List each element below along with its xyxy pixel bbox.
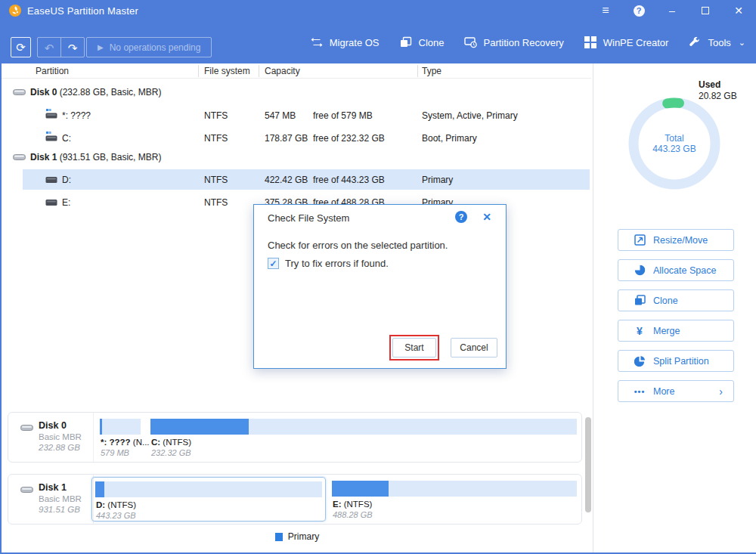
right-panel: Used 20.82 GB Total 443.23 GB Resize/Mov…	[593, 63, 756, 552]
refresh-button[interactable]: ⟳	[11, 37, 31, 57]
col-type: Type	[422, 66, 442, 76]
clone-button[interactable]: Clone	[399, 36, 445, 48]
fix-errors-checkbox[interactable]: ✓	[268, 258, 279, 269]
check-file-system-dialog: Check File System ? ✕ Check for errors o…	[253, 204, 507, 369]
undo-button[interactable]: ↶	[38, 38, 60, 58]
tools-icon	[688, 36, 702, 48]
dialog-message: Check for errors on the selected partiti…	[268, 240, 448, 251]
system-partition-icon	[45, 132, 57, 142]
disk1-info: Disk 1 Basic MBR 931.51 GB	[8, 475, 94, 524]
disk-icon	[20, 423, 33, 432]
help-icon[interactable]: ?	[627, 1, 650, 20]
diskmap-partition-system[interactable]: *: ???? (N... 579 MB	[97, 415, 144, 460]
more-button[interactable]: ••• More ›	[618, 380, 734, 402]
winpe-creator-button[interactable]: WinPE Creator	[584, 36, 669, 48]
dialog-close-icon[interactable]: ✕	[480, 210, 494, 224]
chevron-right-icon: ›	[719, 385, 723, 398]
table-row-selected[interactable]: D: NTFS 422.42 GBfree of 443.23 GB Prima…	[23, 169, 590, 190]
pending-operations-button[interactable]: ▶ No operations pending	[86, 37, 212, 57]
table-header: Partition File system Capacity Type	[2, 63, 591, 79]
menu-icon[interactable]: ≡	[594, 1, 617, 20]
primary-legend-swatch	[275, 533, 283, 541]
migrate-os-icon	[310, 36, 324, 48]
used-label: Used	[699, 79, 720, 90]
clone-icon	[634, 295, 646, 306]
table-row[interactable]: *: ???? NTFS 547 MBfree of 579 MB System…	[2, 104, 591, 124]
pending-operations-label: No operations pending	[110, 42, 201, 53]
diskmap-partition-e[interactable]: E: (NTFS) 488.28 GB	[329, 477, 580, 522]
play-icon: ▶	[98, 43, 104, 51]
dialog-help-icon[interactable]: ?	[455, 211, 467, 223]
title-bar: EaseUS Partition Master ≡ ? – ✕	[0, 0, 756, 21]
partition-icon	[45, 176, 57, 184]
close-icon[interactable]: ✕	[727, 1, 750, 20]
tools-button[interactable]: Tools ⌄	[688, 36, 745, 48]
diskmap-partition-d[interactable]: D: (NTFS) 443.23 GB	[91, 477, 326, 522]
partition-icon	[45, 199, 57, 206]
merge-button[interactable]: ¥ Merge	[618, 320, 734, 342]
primary-legend-label: Primary	[288, 531, 319, 542]
table-row[interactable]: Disk 1 (931.51 GB, Basic, MBR)	[2, 149, 591, 167]
app-title: EaseUS Partition Master	[27, 5, 138, 17]
merge-icon: ¥	[634, 325, 646, 337]
easeus-logo-icon	[9, 5, 21, 17]
partition-recovery-icon	[464, 36, 478, 48]
disk0-info: Disk 0 Basic MBR 232.88 GB	[8, 413, 94, 462]
table-row[interactable]: C: NTFS 178.87 GBfree of 232.32 GB Boot,…	[2, 127, 591, 147]
total-label: Total	[665, 133, 683, 144]
diskmap-disk1: Disk 1 Basic MBR 931.51 GB D: (NTFS) 443…	[8, 474, 582, 525]
partition-recovery-button[interactable]: Partition Recovery	[464, 36, 564, 48]
allocate-space-button[interactable]: Allocate Space	[618, 259, 734, 281]
cancel-button[interactable]: Cancel	[451, 338, 497, 357]
dialog-title: Check File System	[268, 212, 349, 224]
diskmap-partition-c[interactable]: C: (NTFS) 232.32 GB	[147, 415, 580, 460]
minimize-icon[interactable]: –	[661, 1, 683, 20]
winpe-icon	[584, 36, 597, 48]
toolbar: ⟳ ↶ ↷ ▶ No operations pending Migrate OS	[0, 21, 756, 63]
disk-icon	[13, 88, 26, 96]
split-partition-icon	[634, 355, 646, 367]
disk-icon	[20, 485, 33, 494]
clone-icon	[399, 36, 413, 48]
resize-move-button[interactable]: Resize/Move	[618, 229, 734, 251]
legend: Primary	[2, 531, 593, 542]
maximize-icon[interactable]	[694, 1, 717, 20]
split-partition-button[interactable]: Split Partition	[618, 350, 734, 372]
start-button[interactable]: Start	[392, 338, 436, 357]
usage-donut-chart: Total 443.23 GB	[625, 94, 723, 193]
col-partition: Partition	[36, 66, 69, 76]
total-value: 443.23 GB	[652, 144, 696, 154]
disk-icon	[13, 153, 26, 161]
more-icon: •••	[634, 387, 646, 396]
col-file-system: File system	[204, 66, 250, 76]
migrate-os-button[interactable]: Migrate OS	[310, 36, 380, 48]
app-window: EaseUS Partition Master ≡ ? – ✕ ⟳ ↶ ↷ ▶ …	[0, 0, 756, 554]
diskmap-scrollbar[interactable]	[585, 417, 591, 512]
resize-move-icon	[634, 234, 646, 246]
system-partition-icon	[45, 109, 57, 119]
fix-errors-label: Try to fix errors if found.	[285, 258, 389, 269]
clone-partition-button[interactable]: Clone	[618, 289, 734, 311]
redo-button[interactable]: ↷	[61, 38, 84, 58]
table-row[interactable]: Disk 0 (232.88 GB, Basic, MBR)	[2, 84, 591, 102]
chevron-down-icon: ⌄	[739, 38, 745, 48]
col-capacity: Capacity	[265, 66, 300, 76]
allocate-space-icon	[634, 265, 646, 276]
diskmap-disk0: Disk 0 Basic MBR 232.88 GB *: ???? (N...…	[8, 412, 582, 463]
